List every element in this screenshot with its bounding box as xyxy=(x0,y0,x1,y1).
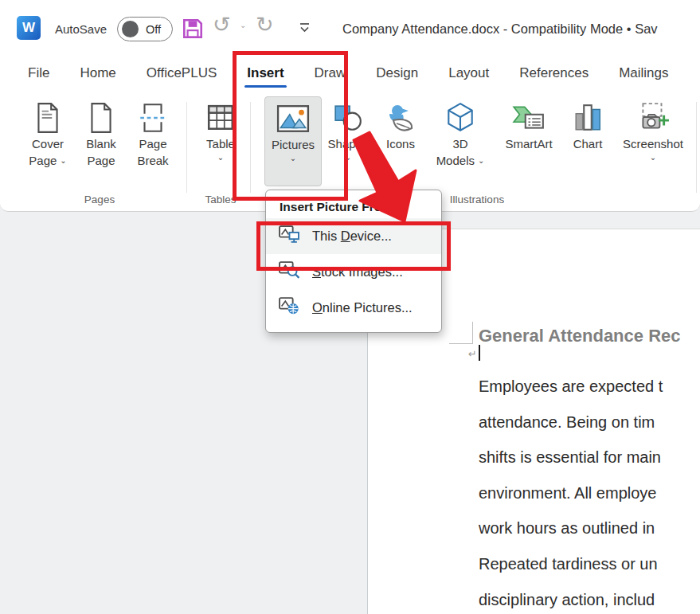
picture-search-icon xyxy=(279,261,300,283)
chevron-down-icon: ⌄ xyxy=(650,152,656,162)
chart-icon xyxy=(573,100,603,135)
save-icon[interactable] xyxy=(181,17,205,44)
autosave-toggle[interactable]: Off xyxy=(117,17,173,41)
tab-layout[interactable]: Layout xyxy=(433,56,504,91)
group-label-tables: Tables xyxy=(186,194,255,205)
tab-references[interactable]: References xyxy=(504,56,604,91)
blank-page-label-line2: Page xyxy=(87,152,115,169)
customize-quick-access-toolbar-icon[interactable] xyxy=(298,22,311,37)
ribbon-tab-row: File Home OfficePLUS Insert Draw Design … xyxy=(0,56,700,91)
screenshot-label: Screenshot xyxy=(623,135,683,152)
group-divider xyxy=(696,102,697,193)
pictures-icon xyxy=(276,101,310,136)
blank-page-button[interactable]: Blank Page xyxy=(76,100,126,169)
title-bar: W AutoSave Off ↺ ⌄ ↻ Company Attendance.… xyxy=(0,0,700,56)
document-heading: General Attendance Rec xyxy=(479,326,681,346)
document-body-text: Employees are expected t attendance. Bei… xyxy=(479,369,663,614)
word-application-window: W AutoSave Off ↺ ⌄ ↻ Company Attendance.… xyxy=(0,0,700,614)
menu-item-label: Stock Images... xyxy=(312,264,403,280)
tab-insert[interactable]: Insert xyxy=(232,56,299,91)
page-break-button[interactable]: Page Break xyxy=(127,100,178,169)
table-label: Table xyxy=(206,135,235,152)
autosave-label: AutoSave xyxy=(55,22,107,36)
blank-page-label-line1: Blank xyxy=(86,135,116,152)
margin-corner-mark xyxy=(449,343,473,344)
group-divider xyxy=(250,102,251,193)
document-text-line: attendance. Being on tim xyxy=(479,405,663,440)
shapes-icon xyxy=(333,100,363,135)
page-break-icon xyxy=(138,100,168,135)
autosave-state: Off xyxy=(146,23,161,36)
document-text-line: work hours as outlined in xyxy=(479,510,663,546)
tab-home[interactable]: Home xyxy=(65,56,131,91)
tab-file[interactable]: File xyxy=(13,56,65,91)
cover-page-label-line2: Page xyxy=(29,152,57,169)
undo-icon[interactable]: ↺ xyxy=(213,11,231,38)
document-text-line: shifts is essential for main xyxy=(479,440,663,475)
cover-page-icon xyxy=(33,100,62,135)
menu-header: Insert Picture From xyxy=(266,190,441,218)
screenshot-icon xyxy=(636,100,670,135)
margin-corner-mark xyxy=(472,322,473,344)
insert-picture-dropdown-menu: Insert Picture From This Device... xyxy=(265,190,442,333)
3d-models-label-line2: Models xyxy=(436,152,475,169)
smartart-button[interactable]: SmartArt xyxy=(491,100,567,152)
icons-label: Icons xyxy=(386,135,415,152)
document-text-line: Repeated tardiness or un xyxy=(479,546,663,582)
chevron-down-icon: ⌄ xyxy=(345,152,351,162)
picture-device-icon xyxy=(279,225,300,247)
menu-item-label: This Device... xyxy=(312,229,392,244)
paragraph-mark-icon: ↵ xyxy=(468,348,477,360)
table-icon xyxy=(205,100,236,135)
smartart-label: SmartArt xyxy=(505,135,552,152)
smartart-icon xyxy=(512,100,546,135)
toggle-knob-icon xyxy=(122,21,139,37)
chevron-down-icon: ⌄ xyxy=(217,152,224,162)
screenshot-button[interactable]: Screenshot ⌄ xyxy=(615,100,691,162)
group-divider xyxy=(186,102,187,193)
picture-globe-icon xyxy=(279,297,300,319)
group-label-pages: Pages xyxy=(62,194,137,205)
shapes-button[interactable]: Shapes ⌄ xyxy=(322,100,374,162)
group-label-illustrations: Illustrations xyxy=(435,194,519,205)
cover-page-label-line1: Cover xyxy=(32,135,64,152)
menu-item-label: Online Pictures... xyxy=(312,300,413,315)
menu-item-stock-images[interactable]: Stock Images... xyxy=(266,254,441,290)
3d-models-button[interactable]: 3D Models⌄ xyxy=(432,100,489,169)
text-cursor xyxy=(479,345,480,361)
page-break-label-line2: Break xyxy=(137,152,168,169)
tab-officeplus[interactable]: OfficePLUS xyxy=(131,56,233,91)
tab-design[interactable]: Design xyxy=(361,56,433,91)
tab-mailings[interactable]: Mailings xyxy=(604,56,683,91)
menu-item-online-pictures[interactable]: Online Pictures... xyxy=(266,290,441,326)
blank-page-icon xyxy=(87,100,115,135)
tab-draw[interactable]: Draw xyxy=(299,56,362,91)
3d-cube-icon xyxy=(445,100,475,135)
icons-button[interactable]: Icons xyxy=(376,100,425,152)
chart-label: Chart xyxy=(573,135,603,152)
redo-icon[interactable]: ↻ xyxy=(256,11,274,38)
document-text-line: environment. All employe xyxy=(479,475,663,511)
3d-models-label-line1: 3D xyxy=(452,135,467,152)
pictures-button[interactable]: Pictures ⌄ xyxy=(264,96,322,186)
chevron-down-icon: ⌄ xyxy=(60,155,66,166)
cover-page-button[interactable]: Cover Page⌄ xyxy=(21,100,75,169)
icons-icon xyxy=(385,100,416,135)
page-break-label-line1: Page xyxy=(139,135,166,152)
menu-item-this-device[interactable]: This Device... xyxy=(266,218,441,254)
chart-button[interactable]: Chart xyxy=(565,100,610,152)
chevron-down-icon: ⌄ xyxy=(290,153,296,163)
document-text-line: disciplinary action, includ xyxy=(479,582,663,614)
word-logo-icon: W xyxy=(17,16,41,40)
document-title: Company Attendance.docx - Compatibility … xyxy=(342,22,658,37)
pictures-label: Pictures xyxy=(272,136,315,153)
undo-dropdown-chevron-icon[interactable]: ⌄ xyxy=(240,21,246,29)
shapes-label: Shapes xyxy=(328,135,369,152)
table-button[interactable]: Table ⌄ xyxy=(196,100,245,162)
document-text-line: Employees are expected t xyxy=(479,369,663,405)
chevron-down-icon: ⌄ xyxy=(478,155,484,166)
